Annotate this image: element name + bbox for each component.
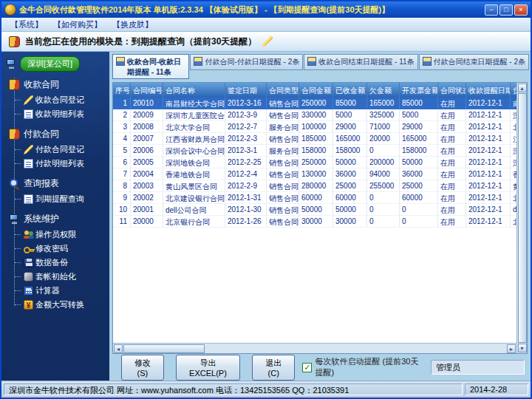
column-header[interactable]: 合同名称 [163,83,225,98]
table-cell: 20001 [131,204,163,216]
table-icon [423,57,432,66]
column-header[interactable]: 开发票金额 [400,83,438,98]
table-cell: 330000 [299,109,333,121]
table-cell: 2012-3-16 [225,98,267,109]
sidebar-item[interactable]: 付款明细列表 [4,157,106,171]
table-cell: 2012-3-1 [225,145,267,157]
sidebar-item-label: 数据备份 [35,257,68,268]
column-header[interactable]: 已收金额 [333,83,367,98]
table-cell: 2012-3-9 [225,109,267,121]
table-cell: 165000 [400,133,438,145]
sidebar-item-label: 收款合同登记 [35,95,84,106]
sidebar-item[interactable]: 套帐初始化 [4,270,106,284]
table-cell: 在用 [438,168,466,180]
sidebar-item[interactable]: 数据备份 [4,256,106,270]
tab-2[interactable]: 收款合同结束日期提醒 - 11条 [304,54,417,70]
table-cell: 94000 [367,168,400,180]
table-row[interactable]: 620005深圳地铁合同2012-2-25销售合同250000500002000… [113,157,516,168]
table-cell: 2012-12-1 [466,121,511,133]
menu-item[interactable]: 【如何购买】 [49,18,106,31]
column-header[interactable]: 合同金额 [299,83,333,98]
minimize-button[interactable]: − [485,4,498,16]
users-icon [24,230,33,239]
tab-3[interactable]: 付款合同结束日期提醒 - 2条 [419,54,529,70]
column-header[interactable]: 欠金额 [367,83,400,98]
table-cell: 深 [511,109,516,121]
table-cell: 在用 [438,121,466,133]
table-cell: 2012-2-4 [225,168,267,180]
menu-item[interactable]: 【换皮肤】 [108,18,157,31]
scroll-right-arrow[interactable]: ► [507,344,516,353]
exit-button[interactable]: 退出(C) [252,355,295,381]
column-header[interactable]: 合同状态 [438,83,466,98]
tab-0[interactable]: 收款合同-收款日期提醒 - 11条 [112,54,189,79]
column-header[interactable]: 合同编号 [131,83,163,98]
scroll-up-arrow[interactable]: ▲ [518,83,527,92]
table-row[interactable]: 820003黄山风景区合同2012-2-9销售合同280000250002550… [113,180,516,192]
tab-label: 付款合同-付款日期提醒 - 2条 [205,57,299,67]
sidebar-item[interactable]: 操作员权限 [4,228,106,242]
menu-item[interactable]: 【系统】 [6,18,47,31]
company-badge[interactable]: 深圳[某公司] [20,56,80,72]
table-cell: 2012-2-3 [225,133,267,145]
export-excel-button[interactable]: 导出EXCEL(P) [176,355,240,381]
scroll-left-arrow[interactable]: ◄ [114,344,123,353]
table-cell: 2012-1-30 [225,204,267,216]
sidebar-item[interactable]: 修改密码 [4,242,106,256]
close-button[interactable]: × [514,4,528,16]
sidebar-group[interactable]: 系统维护 [4,211,106,228]
table-row[interactable]: 220009深圳市儿童医院合同2012-3-9销售合同3300005000325… [113,109,516,121]
scroll-down-arrow[interactable]: ▼ [518,344,527,352]
table-row[interactable]: 1020001dell公司合同2012-1-30销售合同500005000000… [113,204,516,216]
table-cell: 11 [113,216,131,228]
table-row[interactable]: 1120000北京银行合同2012-1-26销售合同300003000000在用… [113,216,516,228]
column-header[interactable]: 负 [511,83,516,98]
sidebar-item-label: 收款明细列表 [35,109,84,120]
vertical-scroll-thumb[interactable] [518,93,527,343]
horizontal-scrollbar[interactable]: ◄ ► [113,343,516,353]
sidebar-item[interactable]: 金额大写转换 [4,298,106,312]
column-header[interactable]: 序号 [113,83,131,98]
sidebar-item[interactable]: 计算器 [4,284,106,298]
table-row[interactable]: 420007江西省财政局合同2012-2-3销售合同18500016500020… [113,133,516,145]
table-cell: 158000 [400,145,438,157]
table-cell: 250000 [299,157,333,168]
table-icon [194,57,202,66]
tab-1[interactable]: 付款合同-付款日期提醒 - 2条 [190,54,303,70]
table-cell: 20008 [131,121,163,133]
horizontal-scroll-thumb[interactable] [123,344,205,353]
table-cell: 在用 [438,157,466,168]
status-date: 2014-2-28 [465,383,528,395]
table-row[interactable]: 520006深圳会议中心合同2012-3-1服务合同15800015800001… [113,145,516,157]
sidebar-group[interactable]: 查询报表 [4,175,106,192]
column-header[interactable]: 签定日期 [225,83,267,98]
table-cell: 20000 [367,133,400,145]
sidebar-item-label: 修改密码 [35,243,68,254]
tools-icon [24,272,33,282]
table-row[interactable]: 320008北京大学合同2012-2-7服务合同1000002900071000… [113,121,516,133]
sidebar-group[interactable]: 收款合同 [4,76,106,93]
startup-reminder-checkbox[interactable]: ✓ [302,363,312,372]
maximize-button[interactable]: □ [499,4,513,16]
modify-button[interactable]: 修改(S) [121,355,164,381]
table-row[interactable]: 920002北京建设银行合同2012-1-31销售合同6000060000060… [113,192,516,204]
sidebar-item-label: 套帐初始化 [35,271,76,282]
convert-icon [24,300,33,310]
table-cell: 在用 [438,180,466,192]
column-header[interactable]: 合同类型 [267,83,299,98]
table-cell: 165000 [367,98,400,109]
sidebar-item[interactable]: 收款合同登记 [4,93,106,107]
column-header[interactable]: 收款提醒日期 [466,83,511,98]
sidebar-item[interactable]: 收款明细列表 [4,107,106,121]
table-row[interactable]: 120010南昌财经大学合同2012-3-16销售合同2500008500016… [113,98,516,109]
vertical-scrollbar[interactable]: ▲ ▼ [516,83,527,353]
sidebar-item-label: 操作员权限 [35,229,76,240]
table-row[interactable]: 720004香港地铁合同2012-2-4销售合同1300003600094000… [113,168,516,180]
table-cell: 销售合同 [267,98,299,109]
sidebar-item[interactable]: 到期提醒查询 [4,192,106,206]
disk-icon [24,258,33,267]
table-cell: 2012-12-1 [466,216,511,228]
sidebar-item[interactable]: 付款合同登记 [4,143,106,157]
table-cell: 325000 [367,109,400,121]
sidebar-group[interactable]: 付款合同 [4,126,106,143]
